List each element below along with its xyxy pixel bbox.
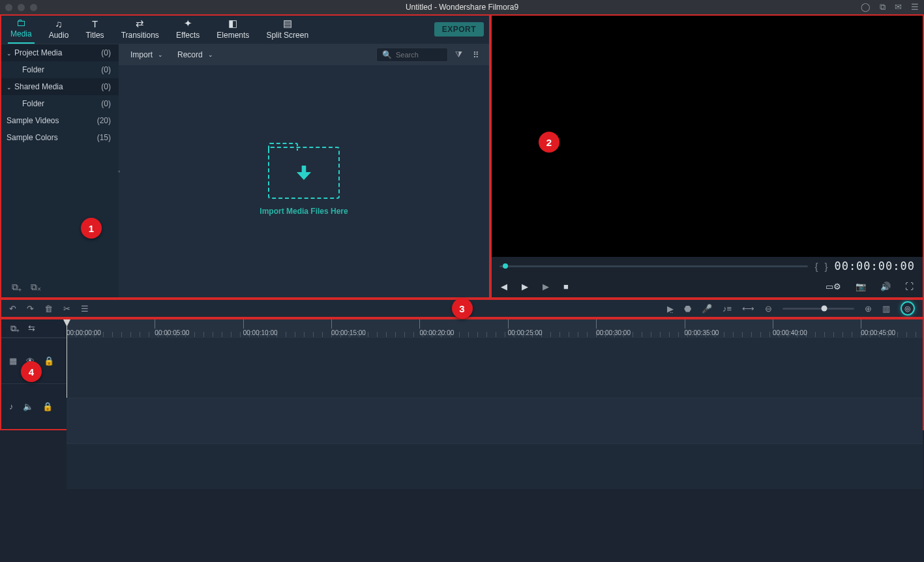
window-controls xyxy=(5,4,37,11)
library-tabs: 🗀 Media ♫ Audio T Titles ⇄ Transitions ✦… xyxy=(1,16,489,44)
add-folder-icon[interactable]: ⧉₊ xyxy=(12,282,22,293)
tab-audio[interactable]: ♫ Audio xyxy=(46,16,72,44)
sidebar-item-sample-colors[interactable]: Sample Colors (15) xyxy=(1,129,119,146)
scrubber-thumb-icon[interactable] xyxy=(503,263,508,269)
help-button[interactable]: ◎ xyxy=(901,301,915,316)
titlebar-actions: ◯ ⧉ ✉ ☰ xyxy=(861,2,919,12)
media-dropzone[interactable]: Import Media Files Here xyxy=(119,65,489,297)
fit-zoom-icon[interactable]: ⟷ xyxy=(742,304,754,314)
snapshot-icon[interactable]: 📷 xyxy=(856,282,866,291)
quality-settings-icon[interactable]: ▭⚙ xyxy=(826,282,841,291)
audio-track-icon[interactable]: ♪ xyxy=(9,402,14,411)
sidebar-label: Sample Videos xyxy=(7,116,59,125)
preview-viewport[interactable]: 2 xyxy=(492,16,923,257)
sidebar-count: (0) xyxy=(101,65,111,74)
tab-split-screen[interactable]: ▤ Split Screen xyxy=(263,16,311,44)
preview-timecode: 00:00:00:00 xyxy=(834,259,915,273)
link-icon[interactable]: ⇆ xyxy=(28,323,35,333)
fullscreen-icon[interactable]: ⛶ xyxy=(905,282,914,291)
search-box[interactable]: 🔍 xyxy=(376,48,448,62)
grid-view-icon[interactable]: ⠿ xyxy=(469,50,483,60)
mark-in-icon[interactable]: { xyxy=(814,261,818,272)
preview-scrubber[interactable] xyxy=(499,265,808,267)
ruler-mark: 00:00:10:00 xyxy=(243,319,278,337)
search-icon: 🔍 xyxy=(382,50,392,59)
tab-media-label: Media xyxy=(10,29,32,38)
lock-icon[interactable]: 🔒 xyxy=(44,356,54,366)
chevron-down-icon: ⌄ xyxy=(208,52,213,58)
next-frame-icon[interactable]: ▶ xyxy=(543,282,549,291)
sidebar-label: Shared Media xyxy=(14,82,63,91)
split-icon[interactable]: ✂ xyxy=(63,304,70,314)
sidebar-label: Sample Colors xyxy=(7,133,58,142)
zoom-out-icon[interactable]: ⊖ xyxy=(765,304,772,314)
menu-icon[interactable]: ☰ xyxy=(911,2,919,12)
export-button[interactable]: EXPORT xyxy=(434,22,484,37)
audio-track-header: ♪ 🔈 🔒 xyxy=(1,383,67,429)
ruler-mark: 00:00:35:00 xyxy=(685,319,719,337)
sidebar-item-project-media[interactable]: ⌄Project Media (0) xyxy=(1,44,119,61)
add-track-icon[interactable]: ⧉₊ xyxy=(10,323,19,334)
ruler-mark: 00:00:45:00 xyxy=(861,319,895,337)
sidebar-item-shared-media[interactable]: ⌄Shared Media (0) xyxy=(1,78,119,95)
sidebar-item-shared-folder[interactable]: Folder (0) xyxy=(1,95,119,112)
audio-track-lane[interactable] xyxy=(67,443,923,489)
sidebar-item-sample-videos[interactable]: Sample Videos (20) xyxy=(1,112,119,129)
zoom-thumb-icon[interactable] xyxy=(821,306,827,312)
search-input[interactable] xyxy=(396,51,443,59)
video-track-icon[interactable]: ▦ xyxy=(9,356,17,366)
timeline-tracks-area[interactable]: 00:00:00:0000:00:05:0000:00:10:0000:00:1… xyxy=(67,319,923,429)
sidebar-label: Folder xyxy=(22,65,44,74)
titlebar: Untitled - Wondershare Filmora9 ◯ ⧉ ✉ ☰ xyxy=(0,0,924,14)
track-manage-icon[interactable]: ▥ xyxy=(882,304,890,314)
maximize-window-icon[interactable] xyxy=(30,4,37,11)
sidebar-item-project-folder[interactable]: Folder (0) xyxy=(1,61,119,78)
tab-effects[interactable]: ✦ Effects xyxy=(173,16,202,44)
record-dropdown[interactable]: Record ⌄ xyxy=(172,48,218,62)
import-label: Import xyxy=(130,50,153,59)
audio-mixer-icon[interactable]: ♪≡ xyxy=(723,304,732,314)
lock-icon[interactable]: 🔒 xyxy=(42,402,53,411)
cart-icon[interactable]: ⧉ xyxy=(880,2,886,12)
timeline-ruler[interactable]: 00:00:00:0000:00:05:0000:00:10:0000:00:1… xyxy=(67,319,923,338)
tab-transitions[interactable]: ⇄ Transitions xyxy=(119,16,162,44)
volume-icon[interactable]: 🔊 xyxy=(880,282,891,291)
play-icon[interactable]: ▶ xyxy=(522,282,528,291)
minimize-window-icon[interactable] xyxy=(18,4,25,11)
remove-folder-icon[interactable]: ⧉ₓ xyxy=(31,282,41,293)
redo-icon[interactable]: ↷ xyxy=(27,304,34,314)
sidebar-count: (0) xyxy=(101,99,111,108)
tab-elements[interactable]: ◧ Elements xyxy=(214,16,252,44)
ruler-mark: 00:00:40:00 xyxy=(773,319,807,337)
delete-icon[interactable]: 🗑 xyxy=(44,304,53,314)
mail-icon[interactable]: ✉ xyxy=(895,2,902,12)
window-title: Untitled - Wondershare Filmora9 xyxy=(406,3,518,12)
close-window-icon[interactable] xyxy=(5,4,12,11)
tab-elements-label: Elements xyxy=(216,31,249,40)
mark-out-icon[interactable]: } xyxy=(824,261,827,272)
zoom-in-icon[interactable]: ⊕ xyxy=(865,304,872,314)
video-track-lane[interactable] xyxy=(67,398,923,443)
edit-tools-icon[interactable]: ☰ xyxy=(81,304,89,314)
chevron-down-icon: ⌄ xyxy=(7,50,12,57)
import-dropdown[interactable]: Import ⌄ xyxy=(125,48,168,62)
preview-panel: 2 { } 00:00:00:00 ◀ ▶ ▶ ■ ▭⚙ 📷 🔊 ⛶ xyxy=(490,14,924,299)
speaker-icon[interactable]: 🔈 xyxy=(23,402,33,411)
sidebar-count: (20) xyxy=(97,116,111,125)
tab-audio-label: Audio xyxy=(49,31,69,40)
download-arrow-icon xyxy=(297,166,311,180)
prev-frame-icon[interactable]: ◀ xyxy=(501,282,507,291)
filter-icon[interactable]: ⧩ xyxy=(452,50,466,60)
tab-media[interactable]: 🗀 Media xyxy=(8,15,35,44)
voiceover-icon[interactable]: 🎤 xyxy=(702,304,712,314)
tab-titles[interactable]: T Titles xyxy=(83,16,106,44)
stop-icon[interactable]: ■ xyxy=(563,282,569,291)
marker-icon[interactable]: ⬣ xyxy=(684,304,691,314)
record-label: Record xyxy=(177,50,203,59)
account-icon[interactable]: ◯ xyxy=(861,2,871,12)
sidebar-resize-handle[interactable]: ◂ xyxy=(117,158,121,184)
undo-icon[interactable]: ↶ xyxy=(9,304,16,314)
ruler-mark: 00:00:25:00 xyxy=(508,319,543,337)
render-preview-icon[interactable]: ▶̤ xyxy=(667,304,674,314)
zoom-slider[interactable] xyxy=(782,308,854,310)
